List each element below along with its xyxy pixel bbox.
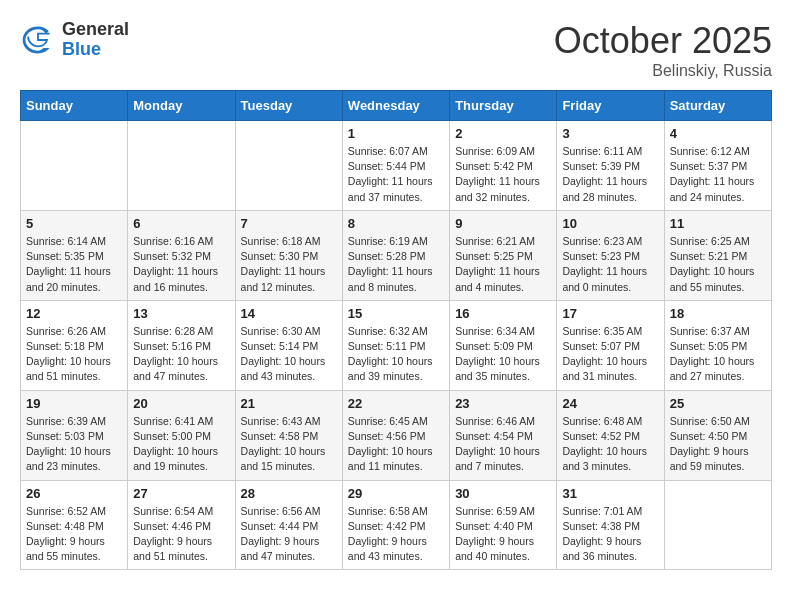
- day-number: 5: [26, 216, 122, 231]
- day-cell: 1Sunrise: 6:07 AM Sunset: 5:44 PM Daylig…: [342, 121, 449, 211]
- day-cell: 22Sunrise: 6:45 AM Sunset: 4:56 PM Dayli…: [342, 390, 449, 480]
- calendar-subtitle: Belinskiy, Russia: [554, 62, 772, 80]
- day-info: Sunrise: 6:28 AM Sunset: 5:16 PM Dayligh…: [133, 324, 229, 385]
- weekday-saturday: Saturday: [664, 91, 771, 121]
- day-cell: [664, 480, 771, 570]
- day-number: 3: [562, 126, 658, 141]
- day-info: Sunrise: 6:43 AM Sunset: 4:58 PM Dayligh…: [241, 414, 337, 475]
- day-cell: 14Sunrise: 6:30 AM Sunset: 5:14 PM Dayli…: [235, 300, 342, 390]
- logo-blue-label: Blue: [62, 40, 129, 60]
- weekday-wednesday: Wednesday: [342, 91, 449, 121]
- week-row-4: 19Sunrise: 6:39 AM Sunset: 5:03 PM Dayli…: [21, 390, 772, 480]
- day-cell: 19Sunrise: 6:39 AM Sunset: 5:03 PM Dayli…: [21, 390, 128, 480]
- day-info: Sunrise: 6:07 AM Sunset: 5:44 PM Dayligh…: [348, 144, 444, 205]
- day-info: Sunrise: 6:18 AM Sunset: 5:30 PM Dayligh…: [241, 234, 337, 295]
- day-cell: 7Sunrise: 6:18 AM Sunset: 5:30 PM Daylig…: [235, 210, 342, 300]
- day-cell: 4Sunrise: 6:12 AM Sunset: 5:37 PM Daylig…: [664, 121, 771, 211]
- calendar-table: SundayMondayTuesdayWednesdayThursdayFrid…: [20, 90, 772, 570]
- day-number: 26: [26, 486, 122, 501]
- day-cell: 20Sunrise: 6:41 AM Sunset: 5:00 PM Dayli…: [128, 390, 235, 480]
- day-number: 21: [241, 396, 337, 411]
- day-cell: 21Sunrise: 6:43 AM Sunset: 4:58 PM Dayli…: [235, 390, 342, 480]
- day-number: 9: [455, 216, 551, 231]
- day-info: Sunrise: 6:16 AM Sunset: 5:32 PM Dayligh…: [133, 234, 229, 295]
- day-number: 1: [348, 126, 444, 141]
- day-info: Sunrise: 6:45 AM Sunset: 4:56 PM Dayligh…: [348, 414, 444, 475]
- day-cell: 8Sunrise: 6:19 AM Sunset: 5:28 PM Daylig…: [342, 210, 449, 300]
- day-cell: 23Sunrise: 6:46 AM Sunset: 4:54 PM Dayli…: [450, 390, 557, 480]
- day-info: Sunrise: 6:32 AM Sunset: 5:11 PM Dayligh…: [348, 324, 444, 385]
- week-row-1: 1Sunrise: 6:07 AM Sunset: 5:44 PM Daylig…: [21, 121, 772, 211]
- day-cell: [21, 121, 128, 211]
- week-row-3: 12Sunrise: 6:26 AM Sunset: 5:18 PM Dayli…: [21, 300, 772, 390]
- day-number: 12: [26, 306, 122, 321]
- day-info: Sunrise: 6:19 AM Sunset: 5:28 PM Dayligh…: [348, 234, 444, 295]
- day-cell: 17Sunrise: 6:35 AM Sunset: 5:07 PM Dayli…: [557, 300, 664, 390]
- day-info: Sunrise: 6:25 AM Sunset: 5:21 PM Dayligh…: [670, 234, 766, 295]
- day-info: Sunrise: 6:56 AM Sunset: 4:44 PM Dayligh…: [241, 504, 337, 565]
- calendar-title: October 2025: [554, 20, 772, 62]
- day-cell: 2Sunrise: 6:09 AM Sunset: 5:42 PM Daylig…: [450, 121, 557, 211]
- week-row-5: 26Sunrise: 6:52 AM Sunset: 4:48 PM Dayli…: [21, 480, 772, 570]
- day-number: 25: [670, 396, 766, 411]
- day-info: Sunrise: 6:30 AM Sunset: 5:14 PM Dayligh…: [241, 324, 337, 385]
- day-info: Sunrise: 6:50 AM Sunset: 4:50 PM Dayligh…: [670, 414, 766, 475]
- day-cell: 13Sunrise: 6:28 AM Sunset: 5:16 PM Dayli…: [128, 300, 235, 390]
- weekday-tuesday: Tuesday: [235, 91, 342, 121]
- logo-text: General Blue: [62, 20, 129, 60]
- day-cell: [128, 121, 235, 211]
- day-cell: 29Sunrise: 6:58 AM Sunset: 4:42 PM Dayli…: [342, 480, 449, 570]
- day-number: 23: [455, 396, 551, 411]
- day-number: 17: [562, 306, 658, 321]
- day-number: 10: [562, 216, 658, 231]
- day-number: 6: [133, 216, 229, 231]
- day-cell: 28Sunrise: 6:56 AM Sunset: 4:44 PM Dayli…: [235, 480, 342, 570]
- day-info: Sunrise: 6:11 AM Sunset: 5:39 PM Dayligh…: [562, 144, 658, 205]
- day-cell: 30Sunrise: 6:59 AM Sunset: 4:40 PM Dayli…: [450, 480, 557, 570]
- weekday-header-row: SundayMondayTuesdayWednesdayThursdayFrid…: [21, 91, 772, 121]
- day-number: 14: [241, 306, 337, 321]
- day-number: 20: [133, 396, 229, 411]
- day-number: 16: [455, 306, 551, 321]
- weekday-sunday: Sunday: [21, 91, 128, 121]
- day-cell: 25Sunrise: 6:50 AM Sunset: 4:50 PM Dayli…: [664, 390, 771, 480]
- day-cell: 24Sunrise: 6:48 AM Sunset: 4:52 PM Dayli…: [557, 390, 664, 480]
- day-number: 2: [455, 126, 551, 141]
- header: General Blue October 2025 Belinskiy, Rus…: [20, 20, 772, 80]
- day-info: Sunrise: 6:09 AM Sunset: 5:42 PM Dayligh…: [455, 144, 551, 205]
- day-info: Sunrise: 6:41 AM Sunset: 5:00 PM Dayligh…: [133, 414, 229, 475]
- day-info: Sunrise: 6:39 AM Sunset: 5:03 PM Dayligh…: [26, 414, 122, 475]
- day-cell: 27Sunrise: 6:54 AM Sunset: 4:46 PM Dayli…: [128, 480, 235, 570]
- logo: General Blue: [20, 20, 129, 60]
- day-number: 22: [348, 396, 444, 411]
- day-info: Sunrise: 6:35 AM Sunset: 5:07 PM Dayligh…: [562, 324, 658, 385]
- day-cell: 15Sunrise: 6:32 AM Sunset: 5:11 PM Dayli…: [342, 300, 449, 390]
- weekday-thursday: Thursday: [450, 91, 557, 121]
- day-number: 8: [348, 216, 444, 231]
- day-cell: 31Sunrise: 7:01 AM Sunset: 4:38 PM Dayli…: [557, 480, 664, 570]
- day-info: Sunrise: 7:01 AM Sunset: 4:38 PM Dayligh…: [562, 504, 658, 565]
- day-info: Sunrise: 6:52 AM Sunset: 4:48 PM Dayligh…: [26, 504, 122, 565]
- logo-general-label: General: [62, 20, 129, 40]
- day-number: 11: [670, 216, 766, 231]
- day-cell: 6Sunrise: 6:16 AM Sunset: 5:32 PM Daylig…: [128, 210, 235, 300]
- day-cell: 11Sunrise: 6:25 AM Sunset: 5:21 PM Dayli…: [664, 210, 771, 300]
- day-info: Sunrise: 6:14 AM Sunset: 5:35 PM Dayligh…: [26, 234, 122, 295]
- day-cell: 10Sunrise: 6:23 AM Sunset: 5:23 PM Dayli…: [557, 210, 664, 300]
- weekday-friday: Friday: [557, 91, 664, 121]
- weekday-monday: Monday: [128, 91, 235, 121]
- day-cell: 18Sunrise: 6:37 AM Sunset: 5:05 PM Dayli…: [664, 300, 771, 390]
- day-info: Sunrise: 6:23 AM Sunset: 5:23 PM Dayligh…: [562, 234, 658, 295]
- day-cell: 16Sunrise: 6:34 AM Sunset: 5:09 PM Dayli…: [450, 300, 557, 390]
- logo-icon: [20, 22, 56, 58]
- title-area: October 2025 Belinskiy, Russia: [554, 20, 772, 80]
- day-number: 7: [241, 216, 337, 231]
- day-number: 31: [562, 486, 658, 501]
- day-cell: 12Sunrise: 6:26 AM Sunset: 5:18 PM Dayli…: [21, 300, 128, 390]
- day-info: Sunrise: 6:58 AM Sunset: 4:42 PM Dayligh…: [348, 504, 444, 565]
- day-info: Sunrise: 6:54 AM Sunset: 4:46 PM Dayligh…: [133, 504, 229, 565]
- day-info: Sunrise: 6:26 AM Sunset: 5:18 PM Dayligh…: [26, 324, 122, 385]
- day-number: 19: [26, 396, 122, 411]
- day-cell: [235, 121, 342, 211]
- day-number: 27: [133, 486, 229, 501]
